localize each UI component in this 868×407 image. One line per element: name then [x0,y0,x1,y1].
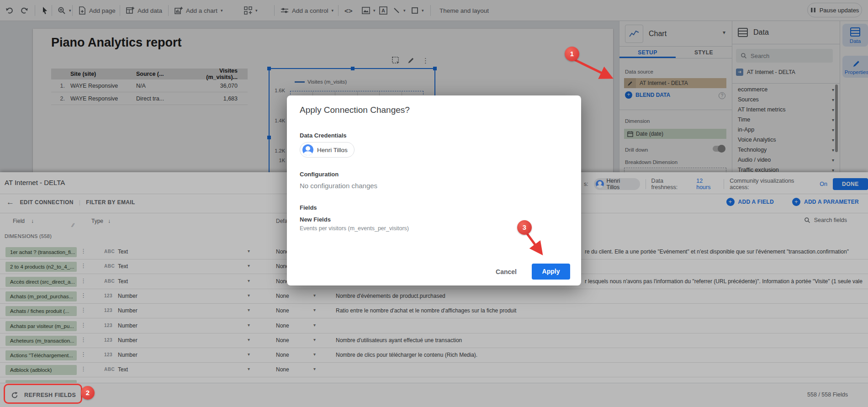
credentials-owner-chip[interactable]: Henri Tillos [300,142,355,158]
new-fields-label: New Fields [300,216,331,223]
step3-badge: 3 [517,220,532,235]
data-credentials-label: Data Credentials [300,132,347,139]
refresh-fields-highlight [4,384,82,404]
configuration-label: Configuration [300,171,339,178]
apply-button[interactable]: Apply [532,264,570,280]
apply-connection-changes-dialog: Apply Connection Changes? Data Credentia… [287,95,581,285]
new-field-item: Events per visitors (m_events_per_visito… [300,225,409,232]
step2-badge: 2 [81,386,95,400]
configuration-value: No configuration changes [300,182,377,190]
avatar [302,144,313,155]
cancel-button[interactable]: Cancel [488,265,524,278]
looker-studio-window: ▾ Add page Add data Add a chart ▾ ▾ Add … [0,0,868,407]
credentials-owner-name: Henri Tillos [317,147,348,153]
dialog-title: Apply Connection Changes? [300,105,410,115]
step1-badge: 1 [565,47,579,61]
fields-label: Fields [300,204,317,211]
